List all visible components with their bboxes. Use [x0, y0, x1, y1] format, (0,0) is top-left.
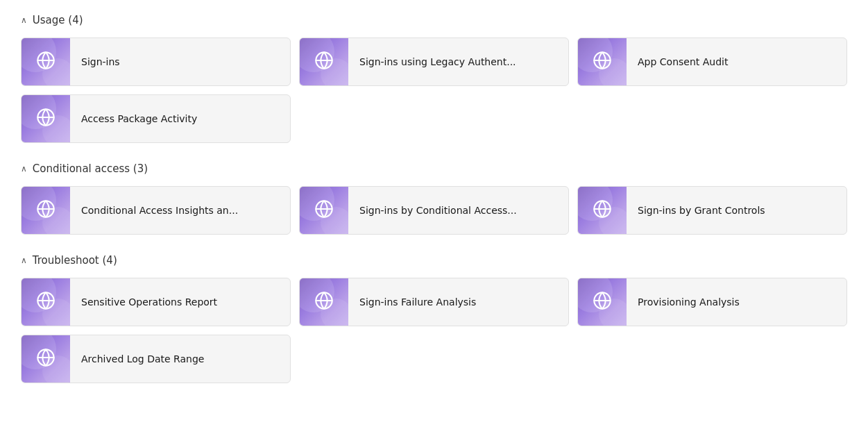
globe-icon	[314, 291, 334, 313]
card-conditional-access-insights[interactable]: Conditional Access Insights an...	[21, 186, 291, 235]
card-icon-provisioning-analysis	[578, 278, 627, 326]
section-conditional-access: ∧ Conditional access (3) Conditional Acc…	[21, 162, 847, 235]
globe-icon	[36, 199, 56, 221]
card-sign-ins-legacy[interactable]: Sign-ins using Legacy Authent...	[299, 37, 569, 86]
card-sign-ins-by-grant-controls[interactable]: Sign-ins by Grant Controls	[577, 186, 847, 235]
card-label-archived-log-date-range: Archived Log Date Range	[70, 353, 290, 364]
card-label-sensitive-operations-report: Sensitive Operations Report	[70, 296, 290, 308]
card-icon-app-consent-audit	[578, 37, 627, 86]
chevron-icon: ∧	[21, 15, 27, 25]
section-usage: ∧ Usage (4) Sign-ins	[21, 14, 847, 143]
card-icon-archived-log-date-range	[22, 335, 70, 383]
globe-icon	[314, 199, 334, 221]
section-troubleshoot: ∧ Troubleshoot (4) Sensitive Operations …	[21, 254, 847, 383]
card-sign-ins-by-conditional-access[interactable]: Sign-ins by Conditional Access...	[299, 186, 569, 235]
card-app-consent-audit[interactable]: App Consent Audit	[577, 37, 847, 86]
card-sign-ins[interactable]: Sign-ins	[21, 37, 291, 86]
cards-grid-troubleshoot: Sensitive Operations Report Sign-ins Fai…	[21, 278, 847, 383]
card-icon-sign-ins-by-conditional-access	[300, 186, 348, 235]
section-label: Conditional access (3)	[33, 162, 148, 175]
card-icon-sign-ins-by-grant-controls	[578, 186, 627, 235]
globe-icon	[36, 108, 56, 130]
card-icon-conditional-access-insights	[22, 186, 70, 235]
card-label-access-package-activity: Access Package Activity	[70, 113, 290, 124]
card-archived-log-date-range[interactable]: Archived Log Date Range	[21, 335, 291, 383]
card-sensitive-operations-report[interactable]: Sensitive Operations Report	[21, 278, 291, 326]
card-icon-sign-ins-failure-analysis	[300, 278, 348, 326]
card-label-conditional-access-insights: Conditional Access Insights an...	[70, 205, 290, 216]
card-label-provisioning-analysis: Provisioning Analysis	[627, 296, 846, 308]
section-label: Troubleshoot (4)	[33, 254, 117, 267]
card-icon-sensitive-operations-report	[22, 278, 70, 326]
card-access-package-activity[interactable]: Access Package Activity	[21, 94, 291, 143]
globe-icon	[36, 51, 56, 73]
card-label-app-consent-audit: App Consent Audit	[627, 56, 846, 67]
section-label: Usage (4)	[33, 14, 83, 26]
card-label-sign-ins-by-conditional-access: Sign-ins by Conditional Access...	[348, 205, 568, 216]
card-label-sign-ins: Sign-ins	[70, 56, 290, 67]
globe-icon	[36, 348, 56, 370]
globe-icon	[593, 51, 612, 73]
card-icon-sign-ins-legacy	[300, 37, 348, 86]
globe-icon	[36, 291, 56, 313]
card-label-sign-ins-failure-analysis: Sign-ins Failure Analysis	[348, 296, 568, 308]
globe-icon	[593, 291, 612, 313]
globe-icon	[314, 51, 334, 73]
section-header-conditional-access[interactable]: ∧ Conditional access (3)	[21, 162, 847, 175]
card-label-sign-ins-legacy: Sign-ins using Legacy Authent...	[348, 56, 568, 67]
globe-icon	[593, 199, 612, 221]
card-provisioning-analysis[interactable]: Provisioning Analysis	[577, 278, 847, 326]
chevron-icon: ∧	[21, 255, 27, 265]
card-sign-ins-failure-analysis[interactable]: Sign-ins Failure Analysis	[299, 278, 569, 326]
section-header-troubleshoot[interactable]: ∧ Troubleshoot (4)	[21, 254, 847, 267]
cards-grid-conditional-access: Conditional Access Insights an... Sign-i…	[21, 186, 847, 235]
cards-grid-usage: Sign-ins Sign-ins using Legacy Authent..…	[21, 37, 847, 143]
chevron-icon: ∧	[21, 164, 27, 174]
card-icon-sign-ins	[22, 37, 70, 86]
card-icon-access-package-activity	[22, 94, 70, 143]
section-header-usage[interactable]: ∧ Usage (4)	[21, 14, 847, 26]
card-label-sign-ins-by-grant-controls: Sign-ins by Grant Controls	[627, 205, 846, 216]
